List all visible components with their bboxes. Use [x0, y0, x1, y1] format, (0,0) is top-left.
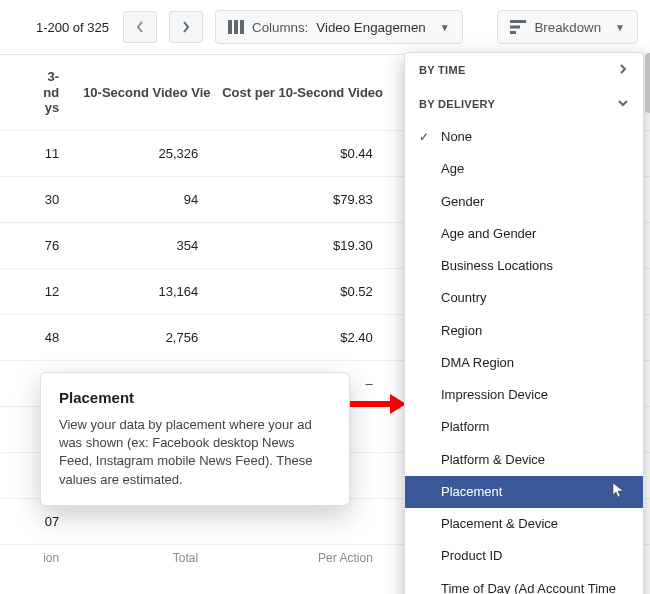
- dropdown-item-label: Age: [441, 161, 464, 177]
- columns-label: Columns:: [252, 20, 308, 35]
- dropdown-scrollbar[interactable]: [645, 53, 650, 113]
- column-header[interactable]: 3-ndys: [0, 55, 71, 130]
- table-footer-cell: Total: [71, 544, 210, 579]
- dropdown-item-label: Time of Day (Ad Account Time Zone): [441, 581, 629, 595]
- columns-value: Video Engagemen: [316, 20, 425, 35]
- table-cell: $79.83: [210, 176, 385, 222]
- chevron-right-icon: [182, 21, 190, 33]
- dropdown-item[interactable]: Business Locations: [405, 250, 643, 282]
- dropdown-item-label: Placement: [441, 484, 502, 500]
- dropdown-section-title: BY TIME: [419, 64, 466, 76]
- caret-down-icon: ▼: [440, 22, 450, 33]
- table-cell: $19.30: [210, 222, 385, 268]
- dropdown-item-label: Region: [441, 323, 482, 339]
- annotation-arrow: [350, 392, 406, 419]
- dropdown-item[interactable]: Region: [405, 315, 643, 347]
- dropdown-item[interactable]: Product ID: [405, 540, 643, 572]
- svg-rect-1: [234, 20, 238, 34]
- table-cell: $0.44: [210, 130, 385, 176]
- table-cell: 25,326: [71, 130, 210, 176]
- dropdown-section-title: BY DELIVERY: [419, 98, 495, 110]
- dropdown-item[interactable]: Age: [405, 153, 643, 185]
- dropdown-item-label: Product ID: [441, 548, 502, 564]
- table-cell: 12: [0, 268, 71, 314]
- dropdown-item-label: Age and Gender: [441, 226, 536, 242]
- table-cell: 354: [71, 222, 210, 268]
- dropdown-item[interactable]: Country: [405, 282, 643, 314]
- dropdown-item-label: Platform & Device: [441, 452, 545, 468]
- pagination-range: 1-200 of 325: [12, 20, 109, 35]
- breakdown-dropdown-button[interactable]: Breakdown ▼: [497, 10, 638, 44]
- svg-rect-5: [510, 31, 516, 34]
- breakdown-icon: [510, 20, 526, 34]
- dropdown-item[interactable]: Time of Day (Ad Account Time Zone): [405, 573, 643, 595]
- chevron-right-icon: [617, 63, 629, 77]
- check-icon: ✓: [419, 130, 429, 145]
- dropdown-item-label: Gender: [441, 194, 484, 210]
- breakdown-dropdown-menu: BY TIMEBY DELIVERY✓NoneAgeGenderAge and …: [404, 52, 644, 594]
- table-cell: 2,756: [71, 314, 210, 360]
- placement-tooltip: Placement View your data by placement wh…: [40, 372, 350, 506]
- dropdown-item-label: None: [441, 129, 472, 145]
- dropdown-item[interactable]: Platform: [405, 411, 643, 443]
- prev-page-button[interactable]: [123, 11, 157, 43]
- dropdown-item-label: Placement & Device: [441, 516, 558, 532]
- breakdown-label: Breakdown: [534, 20, 601, 35]
- tooltip-title: Placement: [59, 389, 331, 406]
- dropdown-item[interactable]: Placement & Device: [405, 508, 643, 540]
- tooltip-body: View your data by placement where your a…: [59, 416, 331, 489]
- table-cell: 76: [0, 222, 71, 268]
- table-cell: 48: [0, 314, 71, 360]
- toolbar: 1-200 of 325 Columns: Video Engagemen ▼ …: [0, 0, 650, 55]
- table-cell: 30: [0, 176, 71, 222]
- column-header[interactable]: Cost per 10-Second Video View: [210, 55, 385, 130]
- table-footer-cell: ion: [0, 544, 71, 579]
- columns-icon: [228, 20, 244, 34]
- chevron-down-icon: [617, 97, 629, 111]
- dropdown-item[interactable]: Age and Gender: [405, 218, 643, 250]
- cursor-icon: [611, 482, 625, 502]
- svg-rect-0: [228, 20, 232, 34]
- dropdown-item-label: Platform: [441, 419, 489, 435]
- dropdown-item[interactable]: DMA Region: [405, 347, 643, 379]
- dropdown-section-header[interactable]: BY DELIVERY: [405, 87, 643, 121]
- dropdown-item-label: Impression Device: [441, 387, 548, 403]
- svg-rect-2: [240, 20, 244, 34]
- dropdown-item[interactable]: Gender: [405, 186, 643, 218]
- chevron-left-icon: [136, 21, 144, 33]
- svg-rect-3: [510, 20, 526, 23]
- dropdown-item-label: Country: [441, 290, 487, 306]
- next-page-button[interactable]: [169, 11, 203, 43]
- table-footer-cell: Per Action: [210, 544, 385, 579]
- dropdown-section-header[interactable]: BY TIME: [405, 53, 643, 87]
- dropdown-item[interactable]: Platform & Device: [405, 444, 643, 476]
- dropdown-item[interactable]: Placement: [405, 476, 643, 508]
- table-cell: 94: [71, 176, 210, 222]
- svg-rect-4: [510, 26, 520, 29]
- table-cell: 11: [0, 130, 71, 176]
- table-cell: $0.52: [210, 268, 385, 314]
- dropdown-item[interactable]: ✓None: [405, 121, 643, 153]
- table-cell: $2.40: [210, 314, 385, 360]
- dropdown-item-label: Business Locations: [441, 258, 553, 274]
- dropdown-item-label: DMA Region: [441, 355, 514, 371]
- table-cell: 13,164: [71, 268, 210, 314]
- dropdown-item[interactable]: Impression Device: [405, 379, 643, 411]
- caret-down-icon: ▼: [615, 22, 625, 33]
- columns-dropdown-button[interactable]: Columns: Video Engagemen ▼: [215, 10, 463, 44]
- column-header[interactable]: 10-Second Video Views: [71, 55, 210, 130]
